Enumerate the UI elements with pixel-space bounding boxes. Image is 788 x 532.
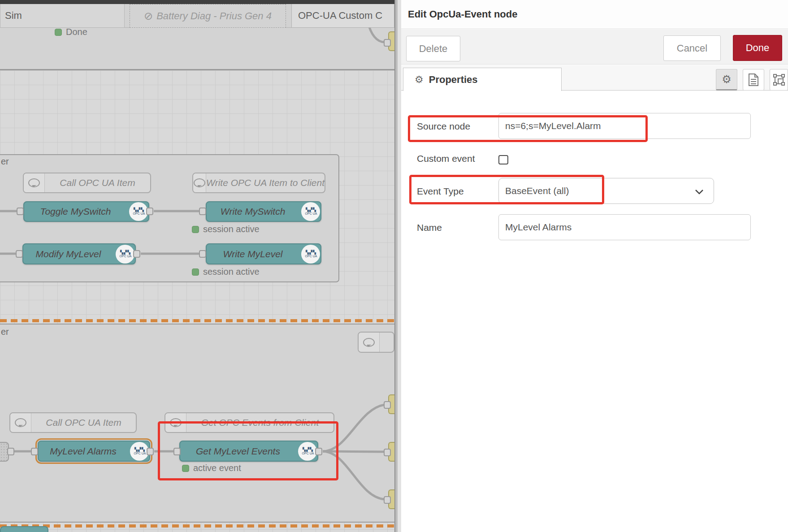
flow-tab-sim[interactable]: Sim <box>0 4 125 28</box>
panel-divider[interactable] <box>394 0 401 532</box>
comment-node-call-opcua-1[interactable]: Call OPC UA Item <box>23 173 151 193</box>
window-top-strip <box>0 0 394 4</box>
opcua-badge-icon: ▚▞▚OPC UA <box>130 442 149 461</box>
speech-bubble-icon <box>193 173 206 192</box>
document-icon <box>748 74 759 86</box>
speech-bubble-icon <box>10 413 31 432</box>
panel-header: Edit OpcUa-Event node <box>401 0 788 29</box>
panel-button-tray: Delete Cancel Done <box>401 30 788 65</box>
node-modify-mylevel[interactable]: Modify MyLevel ▚▞▚OPC UA <box>22 243 136 264</box>
comment-node-write-client[interactable]: Write OPC UA Item to Client <box>192 173 325 193</box>
output-port[interactable] <box>7 448 14 455</box>
input-port[interactable] <box>384 449 391 456</box>
status-dot-icon <box>192 268 199 276</box>
input-port[interactable] <box>384 39 391 47</box>
frame-icon <box>773 74 785 86</box>
node-edge-bottom-partial[interactable] <box>0 526 48 532</box>
output-port[interactable] <box>133 250 140 258</box>
edit-node-panel: Edit OpcUa-Event node Delete Cancel Done… <box>401 0 788 532</box>
panel-title: Edit OpcUa-Event node <box>408 9 517 20</box>
output-port[interactable] <box>146 208 153 215</box>
input-port[interactable] <box>31 448 38 455</box>
opcua-badge-icon: ▚▞▚OPC UA <box>116 245 134 264</box>
speech-bubble-icon <box>359 333 380 352</box>
cancel-button[interactable]: Cancel <box>663 35 721 61</box>
comment-node-call-opcua-2[interactable]: Call OPC UA Item <box>9 412 137 433</box>
flow-tab-battery-diag[interactable]: ⊘ Battery Diag - Prius Gen 4 <box>130 4 286 28</box>
status-dot-icon <box>55 29 62 36</box>
status-dot-icon <box>192 226 199 233</box>
input-port[interactable] <box>16 250 23 258</box>
tab-properties[interactable]: ⚙ Properties <box>403 68 562 91</box>
custom-event-label: Custom event <box>417 153 475 164</box>
flow-tab-bar: Sim ⊘ Battery Diag - Prius Gen 4 OPC-UA … <box>0 4 394 28</box>
description-view-button[interactable] <box>743 69 764 91</box>
appearance-view-button[interactable] <box>770 69 788 91</box>
delete-button[interactable]: Delete <box>406 36 460 61</box>
panel-tab-strip: ⚙ Properties ⚙ <box>401 65 788 91</box>
annotation-box-get-events-node <box>158 421 338 480</box>
input-port[interactable] <box>199 250 206 258</box>
name-input[interactable] <box>498 214 751 240</box>
comment-node-partial[interactable] <box>358 332 394 353</box>
done-button[interactable]: Done <box>733 35 782 61</box>
opcua-badge-icon: ▚▞▚OPC UA <box>129 202 148 221</box>
opcua-badge-icon: ▚▞▚OPC UA <box>301 202 320 221</box>
gear-icon: ⚙ <box>415 74 424 86</box>
input-port[interactable] <box>384 401 391 409</box>
gear-icon: ⚙ <box>722 73 732 86</box>
node-write-mylevel[interactable]: Write MyLevel ▚▞▚OPC UA <box>206 243 321 264</box>
flow-tab-opcua-custom[interactable]: OPC-UA Custom C <box>291 4 394 28</box>
node-mylevel-alarms-selected[interactable]: MyLevel Alarms ▚▞▚OPC UA <box>38 441 150 462</box>
input-port[interactable] <box>384 496 391 504</box>
node-write-myswitch[interactable]: Write MySwitch ▚▞▚OPC UA <box>206 201 321 222</box>
custom-event-checkbox[interactable] <box>498 155 508 164</box>
opcua-badge-icon: ▚▞▚OPC UA <box>301 245 320 264</box>
input-port[interactable] <box>17 208 24 215</box>
speech-bubble-icon <box>24 173 45 192</box>
input-port[interactable] <box>199 208 206 215</box>
annotation-box-event-type <box>409 175 604 204</box>
node-red-editor: er er Done Call OPC UA Item <box>0 0 788 532</box>
node-status-done: Done <box>55 27 87 37</box>
disabled-icon: ⊘ <box>144 10 153 22</box>
node-status-session-active: session active <box>192 267 260 277</box>
node-status-session-active: session active <box>192 224 260 234</box>
annotation-box-source-node <box>408 115 648 142</box>
name-label: Name <box>417 222 442 233</box>
chevron-down-icon <box>695 189 704 195</box>
properties-view-button[interactable]: ⚙ <box>716 69 737 91</box>
output-port[interactable] <box>147 448 154 455</box>
node-toggle-myswitch[interactable]: Toggle MySwitch ▚▞▚OPC UA <box>23 201 149 222</box>
